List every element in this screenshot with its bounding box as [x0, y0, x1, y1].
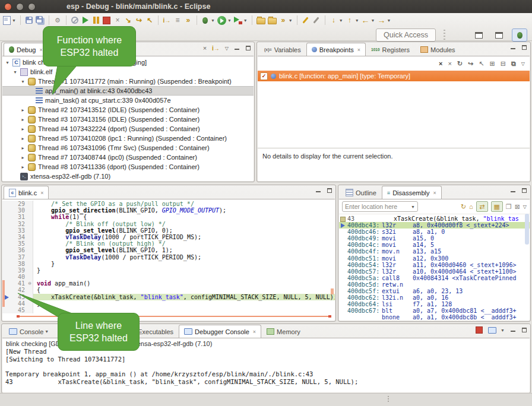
expander-open-icon[interactable]: ▾ — [12, 69, 18, 75]
disassembly-lines[interactable]: 43xTaskCreate(&blink_task, "blink_tas400… — [339, 214, 530, 321]
open-new-view-icon[interactable]: ❐ — [506, 203, 512, 211]
breakpoint-row[interactable]: ✓ blink.c [function: app_main] [type: Te… — [258, 71, 530, 81]
remove-all-terminated-icon[interactable]: × — [203, 45, 207, 52]
debug-dropdown-icon[interactable]: ▼ — [211, 18, 215, 23]
scrollbar-thumb[interactable] — [525, 214, 529, 245]
debug-icon[interactable] — [201, 15, 210, 25]
show-supported-breakpoints-icon[interactable]: ↻ — [457, 60, 463, 68]
console-output[interactable]: [New Thread[Switching to Thread 10734117… — [2, 348, 530, 386]
expander-closed-icon[interactable]: ▸ — [20, 164, 26, 170]
breakpoint-marker[interactable] — [2, 294, 11, 300]
open-perspective-icon[interactable] — [471, 29, 486, 41]
back-icon[interactable]: ← — [362, 15, 370, 25]
disasm-instruction-row[interactable]: 400dbc51:movia12, 0x300 — [339, 255, 530, 262]
disasm-instruction-row[interactable]: 400dbc62:l32i.na0, a0, 16 — [339, 294, 530, 301]
maximize-icon[interactable] — [521, 327, 527, 333]
code-line-34[interactable]: 34 vTaskDelay(1000 / portTICK_PERIOD_MS)… — [2, 234, 335, 240]
tab-variables[interactable]: (x)= Variables — [259, 43, 306, 56]
disasm-instruction-row[interactable]: 400dbc46:s32ia8, a1, 0 — [339, 229, 530, 235]
disasm-instruction-row[interactable]: 400dbc64:lsif7, a1, 128 — [339, 301, 530, 307]
skip-all-breakpoints-icon[interactable] — [71, 15, 79, 25]
tab-registers[interactable]: 1010 Registers — [366, 43, 415, 56]
minimize-icon[interactable] — [510, 45, 516, 50]
external-tools-icon[interactable] — [234, 15, 242, 25]
expander-closed-icon[interactable]: ▸ — [20, 107, 26, 113]
debug-tree-row[interactable]: ▾blink.elf — [2, 67, 254, 77]
disasm-instruction-row[interactable]: 400dbc54:l32ra11, 0x400d0460 <_stext+109… — [339, 262, 530, 268]
expand-all-icon[interactable]: ⊞ — [490, 60, 495, 68]
tab-console[interactable]: Console ▼ — [4, 325, 54, 338]
debug-tree-row[interactable]: ▸Thread #4 1073432224 (dport) (Suspended… — [2, 124, 254, 134]
external-tools-dropdown-icon[interactable]: ▼ — [243, 18, 248, 23]
display-console-dropdown-icon[interactable]: ▼ — [501, 328, 505, 332]
minimize-icon[interactable] — [315, 188, 321, 194]
highlight-icon[interactable] — [302, 15, 310, 25]
display-console-icon[interactable] — [488, 327, 496, 334]
debug-tree-row[interactable]: ▸Thread #8 1073411336 (dport) (Suspended… — [2, 162, 254, 172]
code-line-30[interactable]: 30 gpio_set_direction(BLINK_GPIO, GPIO_M… — [2, 207, 335, 214]
tab-debugger-console[interactable]: Debugger Console × — [179, 325, 261, 338]
link-with-debug-icon[interactable]: ⧉ — [511, 60, 516, 68]
code-line-32[interactable]: 32 /* Blink off (output low) */ — [2, 221, 335, 227]
remove-breakpoint-icon[interactable]: × — [439, 60, 442, 67]
disasm-instruction-row[interactable]: 400dbc5d:retw.n — [339, 281, 530, 288]
code-line-31[interactable]: 31 while(1) { — [2, 214, 335, 220]
maximize-icon[interactable] — [521, 188, 527, 194]
run-icon[interactable] — [217, 15, 226, 25]
debug-perspective-icon[interactable] — [512, 28, 527, 42]
expander-open-icon[interactable]: ▾ — [20, 79, 26, 84]
view-menu-icon[interactable]: ▽ — [521, 61, 525, 66]
disasm-instruction-row[interactable]: 400dbc5a:call80x40084314 <xTaskCreatePin… — [339, 275, 530, 281]
close-icon[interactable]: × — [357, 47, 360, 53]
minimize-icon[interactable] — [510, 188, 516, 194]
tab-memory[interactable]: Memory — [261, 325, 306, 338]
go-to-last-edit-dropdown-icon[interactable]: ▼ — [355, 18, 359, 23]
last-edit-dropdown-icon[interactable]: ▼ — [339, 18, 343, 23]
debug-tree-row[interactable]: ▸Thread #7 1073408744 (ipc0) (Suspended … — [2, 153, 254, 162]
instruction-stepping-icon[interactable]: i→ — [163, 15, 171, 25]
expander-closed-icon[interactable]: ▸ — [20, 117, 26, 122]
disasm-instruction-row[interactable]: 400dbc67:blta0, a7, 0x400dbc81 <__adddf3… — [339, 307, 530, 314]
disasm-instruction-row[interactable]: 400dbc49:movia15, 0 — [339, 235, 530, 242]
close-icon[interactable]: × — [39, 47, 42, 53]
disasm-source-row[interactable]: 43xTaskCreate(&blink_task, "blink_tas — [339, 215, 530, 222]
last-edit-location-icon[interactable]: ↓ — [330, 15, 338, 25]
step-into-icon[interactable]: ↘ — [124, 15, 132, 25]
pin-view-icon[interactable]: ⊠ — [515, 203, 520, 211]
close-icon[interactable]: × — [40, 190, 43, 196]
back-dropdown-icon[interactable]: ▼ — [371, 18, 375, 23]
breakpoint-checkbox[interactable]: ✓ — [260, 72, 268, 80]
remove-all-breakpoints-icon[interactable]: × — [448, 60, 451, 67]
code-line-29[interactable]: 29 /* Set the GPIO as a push/pull output… — [2, 201, 335, 207]
minimize-icon[interactable] — [234, 45, 240, 51]
close-icon[interactable]: × — [433, 190, 436, 196]
forward-dropdown-icon[interactable]: ▼ — [387, 18, 391, 23]
go-to-last-edit-icon[interactable]: ↑ — [346, 15, 354, 25]
launch-icon[interactable]: » — [279, 15, 287, 25]
new-wizard-icon[interactable] — [2, 15, 11, 25]
debug-tree-row[interactable]: ▾Thread #1 1073411772 (main : Running) (… — [2, 77, 254, 86]
close-icon[interactable]: × — [253, 329, 256, 335]
debug-tree-row[interactable]: ▸Thread #2 1073413512 (IDLE) (Suspended … — [2, 105, 254, 115]
code-line-35[interactable]: 35 /* Blink on (output high) */ — [2, 240, 335, 247]
forward-icon[interactable]: → — [378, 15, 386, 25]
expander-closed-icon[interactable]: ▸ — [20, 145, 26, 151]
maximize-icon[interactable] — [327, 188, 332, 194]
disasm-instruction-row[interactable]: 400dbc4f:mov.na13, a15 — [339, 248, 530, 255]
view-menu-icon[interactable]: ▽ — [225, 46, 229, 51]
console-dropdown-icon[interactable]: ▼ — [45, 329, 49, 334]
instruction-stepping-mode-icon[interactable]: i→ — [212, 45, 220, 52]
save-icon[interactable] — [25, 15, 33, 25]
mark-occurrences-icon[interactable] — [312, 15, 321, 25]
disasm-instruction-row[interactable]: 400dbc43:l32ra8, 0x400d00f8 <_stext+224> — [339, 222, 530, 229]
window-maximize-button[interactable] — [28, 3, 36, 11]
tab-breakpoints[interactable]: Breakpoints × — [306, 43, 366, 56]
refresh-icon[interactable]: ↻ — [461, 203, 466, 211]
code-line-33[interactable]: 33 gpio_set_level(BLINK_GPIO, 0); — [2, 227, 335, 234]
disasm-instruction-row[interactable]: bnonea0, a1, 0x400dbc8b <__adddf3+ — [339, 314, 530, 321]
code-line-36[interactable]: 36 gpio_set_level(BLINK_GPIO, 1); — [2, 247, 335, 253]
new-wizard-dropdown-icon[interactable]: ▼ — [12, 18, 16, 23]
code-line-37[interactable]: 37 vTaskDelay(1000 / portTICK_PERIOD_MS)… — [2, 254, 335, 261]
sync-with-debugger-icon[interactable]: ⇄ — [476, 201, 488, 212]
tab-disassembly[interactable]: ≡ Disassembly × — [382, 186, 442, 199]
